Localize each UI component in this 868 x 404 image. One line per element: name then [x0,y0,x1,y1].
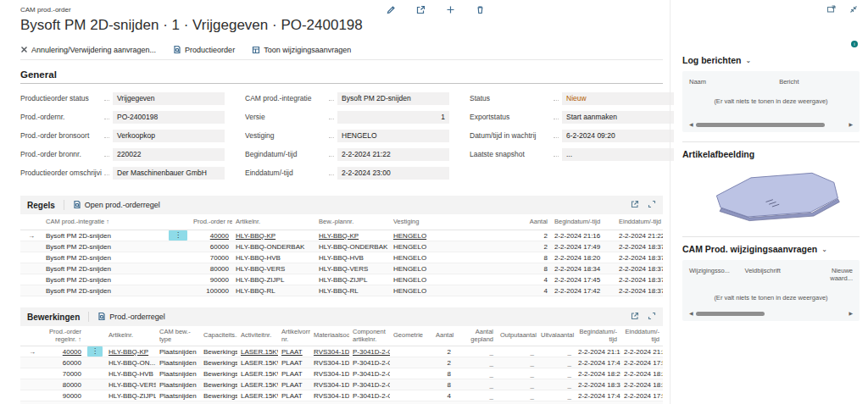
column-header-materiaalsoort[interactable]: Materiaalsoo... [310,332,349,340]
scroll-left-arrow-icon[interactable]: ◀ [689,122,693,127]
cell-artikelnr[interactable]: HLY-BBQ-HVB [232,254,315,262]
cell-bew_plannr[interactable]: HLY-BBQ-ONDERBAK [315,243,390,251]
column-header-veldbijschrift[interactable]: Veldbijschrift [745,267,810,282]
cell-materiaalsoort[interactable]: RVS304-1D [310,392,349,400]
cell-component_artikelnr[interactable]: P-3041D-2-GF [349,392,390,400]
field-value[interactable]: Der Maschinenbauer GmbH [113,167,225,180]
field-value[interactable]: ... [562,148,674,161]
cell-bew_plannr[interactable]: HLY-BBQ-HVB [315,254,390,262]
cell-regelnr[interactable]: 70000 [190,254,232,262]
field-value[interactable]: 6-2-2024 09:20 [562,130,674,142]
cell-artikelvorm[interactable]: PLAAT [278,392,310,400]
column-header-vestiging[interactable]: Vestiging [390,219,512,226]
column-header-regelnr[interactable]: Prod.-order regelnr. ↑ [190,219,232,226]
column-header-activiteitnr[interactable]: Activiteitnr. [237,332,278,340]
cell-vestiging[interactable]: HENGELO [390,287,512,295]
column-header-artikelvorm[interactable]: Artikelvorm nr. [278,329,310,343]
column-header-wijzigingssoort[interactable]: Wijzigingsso... [689,267,745,282]
factbox-title-log[interactable]: Log berichten ⌄ [682,55,860,65]
row-menu-dots-icon[interactable]: ⋮ [87,346,103,357]
table-row[interactable]: 90000HLY-BBQ-ZIJPLPlaatsnijdenBewerkings… [20,390,663,401]
table-row[interactable]: →Bysoft PM 2D-snijden⋮40000HLY-BBQ-KPHLY… [20,230,663,241]
column-header-cam_bew_type[interactable]: CAM bew.-type [156,329,200,343]
action-productieorder[interactable]: Productieorder [173,45,235,54]
column-header-einddatum[interactable]: Einddatum/-tijd [615,219,663,226]
cell-materiaalsoort[interactable]: RVS304-1D [310,348,349,356]
cell-artikelnr[interactable]: HLY-BBQ-ON... [105,359,156,367]
cell-bew_plannr[interactable]: HLY-BBQ-KP [315,232,390,240]
column-header-artikelnr[interactable]: Artikelnr. [105,332,156,340]
cell-artikelvorm[interactable]: PLAAT [278,359,310,367]
field-value[interactable]: 2-2-2024 23:00 [337,167,449,180]
cell-artikelvorm[interactable]: PLAAT [278,348,310,356]
cell-regelnr[interactable]: 90000 [190,276,232,284]
cell-artikelvorm[interactable]: PLAAT [278,381,310,389]
field-value[interactable]: 1 [337,111,449,124]
table-row[interactable]: Bysoft PM 2D-snijden70000HLY-BBQ-HVBHLY-… [20,252,663,263]
add-icon[interactable] [446,5,455,14]
table-row[interactable]: Bysoft PM 2D-snijden80000HLY-BBQ-VERSHLY… [20,263,663,274]
section-share-icon[interactable] [631,200,639,210]
table-row[interactable]: 70000HLY-BBQ-HVBPlaatsnijdenBewerkings..… [20,368,663,379]
cell-artikelnr[interactable]: HLY-BBQ-ZIJPL [105,392,156,400]
field-value[interactable]: Start aanmaken [562,111,674,124]
open-prod-orderregel-button[interactable]: Open prod.-orderregel [73,200,160,211]
section-title-regels[interactable]: Regels [27,201,55,210]
field-value[interactable]: Verkoopkop [113,130,225,142]
cell-artikelvorm[interactable]: PLAAT [278,370,310,378]
factbox-title-artikelafbeelding[interactable]: Artikelafbeelding [682,149,860,159]
column-header-begindatum[interactable]: Begindatum/-tijd [575,329,620,343]
field-value[interactable]: Nieuw [562,92,674,105]
cell-regelnr[interactable]: 80000 [44,381,85,389]
column-header-uitvalaantal[interactable]: Uitvalaantal [537,332,575,340]
table-row[interactable]: Bysoft PM 2D-snijden60000HLY-BBQ-ONDERBA… [20,241,663,252]
minimize-panel-icon[interactable] [849,5,858,15]
table-row[interactable]: 60000HLY-BBQ-ON...PlaatsnijdenBewerkings… [20,357,663,368]
section-expand-icon[interactable] [648,200,656,210]
column-header-bew_plannr[interactable]: Bew.-plannr. [315,219,390,226]
delete-icon[interactable] [476,5,485,14]
cell-regelnr[interactable]: 40000 [44,348,85,356]
horizontal-scrollbar[interactable]: ◀ ▶ [689,309,853,318]
cell-component_artikelnr[interactable]: P-3041D-2-GF [349,359,390,367]
column-header-capaciteits[interactable]: Capaciteits... [200,332,237,340]
column-header-begindatum[interactable]: Begindatum/-tijd [551,219,615,226]
cell-component_artikelnr[interactable]: P-3041D-2-GF [349,370,390,378]
cell-component_artikelnr[interactable]: P-3041D-2-GF [349,348,390,356]
cell-bew_plannr[interactable]: HLY-BBQ-ZIJPL [315,276,390,284]
cell-artikelnr[interactable]: HLY-BBQ-KP [232,232,315,240]
action-cancel-request[interactable]: Annulering/Verwijdering aanvragen... [20,46,156,54]
column-header-aantal[interactable]: Aantal [432,332,454,340]
cell-artikelnr[interactable]: HLY-BBQ-RL [232,287,315,295]
cell-materiaalsoort[interactable]: RVS304-1D [310,359,349,367]
scroll-right-arrow-icon[interactable]: ▶ [849,122,853,127]
cell-bew_plannr[interactable]: HLY-BBQ-RL [315,287,390,295]
teal-info-dot[interactable]: i [851,41,858,47]
column-header-nieuwe-waarde[interactable]: Nieuwe waard... [810,267,853,282]
cell-regelnr[interactable]: 70000 [44,370,85,378]
cell-activiteitnr[interactable]: LASER.15KW [237,359,278,367]
field-value[interactable]: 2-2-2024 21:22 [337,148,449,161]
cell-artikelnr[interactable]: HLY-BBQ-VERS [232,265,315,273]
section-title-bewerkingen[interactable]: Bewerkingen [27,313,80,322]
table-row[interactable]: 80000HLY-BBQ-VERSPlaatsnijdenBewerkings.… [20,379,663,390]
cell-artikelnr[interactable]: HLY-BBQ-KP [105,348,156,356]
prod-orderregel-button[interactable]: Prod.-orderregel [97,312,165,323]
column-header-outputaantal[interactable]: Outputaantal [497,332,537,340]
cell-materiaalsoort[interactable]: RVS304-1D [310,370,349,378]
cell-activiteitnr[interactable]: LASER.15KW [237,348,278,356]
column-header-regelnr[interactable]: Prod.-order regelnr. ↑ [44,329,85,343]
cell-vestiging[interactable]: HENGELO [390,265,512,273]
cell-regelnr[interactable]: 60000 [190,243,232,251]
row-menu-dots-icon[interactable]: ⋮ [169,230,187,241]
scroll-right-arrow-icon[interactable]: ▶ [849,311,853,316]
scrollbar-thumb[interactable] [696,123,826,127]
cell-regelnr[interactable]: 80000 [190,265,232,273]
cell-activiteitnr[interactable]: LASER.15KW [237,381,278,389]
cell-artikelnr[interactable]: HLY-BBQ-ONDERBAK [232,243,315,251]
share-icon[interactable] [416,5,426,14]
column-header-aantal[interactable]: Aantal [512,219,551,226]
cell-vestiging[interactable]: HENGELO [390,276,512,284]
column-header-geometrie[interactable]: Geometrie [390,332,432,340]
cell-activiteitnr[interactable]: LASER.15KW [237,392,278,400]
